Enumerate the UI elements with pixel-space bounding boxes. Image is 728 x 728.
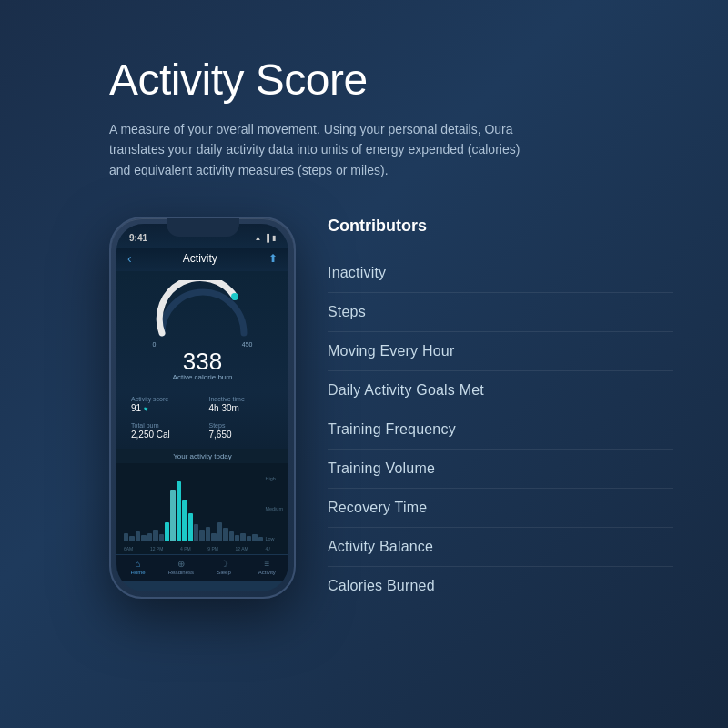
gauge-subtitle: Active calorie burn	[173, 373, 233, 381]
bar-20	[235, 535, 239, 541]
nav-sleep[interactable]: ☽ Sleep	[203, 559, 246, 575]
contributor-label-steps: Steps	[328, 304, 366, 319]
gauge-area: 0 450 338 Active calorie burn	[116, 271, 288, 392]
steps-stat: Steps 7,650	[204, 419, 280, 443]
bar-15	[206, 527, 210, 541]
bar-8	[165, 522, 169, 541]
time-label-4: 9 PM	[207, 546, 218, 551]
inactive-time-value: 4h 30m	[209, 403, 275, 413]
bar-1	[124, 533, 128, 541]
time-label-3: 4 PM	[180, 546, 191, 551]
bar-21	[240, 533, 245, 541]
phone-stats: Activity score 91 ♥ Inactive time 4h 30m…	[116, 392, 288, 449]
back-icon[interactable]: ‹	[127, 251, 132, 266]
total-burn-value: 2,250 Cal	[131, 430, 197, 440]
contributor-label-moving-every-hour: Moving Every Hour	[328, 343, 454, 359]
bar-16	[211, 533, 216, 541]
bar-14	[199, 530, 204, 541]
battery-icon: ▮	[272, 234, 276, 242]
time-label-5: 12 AM	[236, 546, 248, 551]
contributor-activity-balance[interactable]: Activity Balance	[328, 528, 673, 567]
contributor-label-calories-burned: Calories Burned	[328, 578, 435, 593]
phone-outer: 9:41 ▲ ▐ ▮ ‹ Activity ⬆	[109, 217, 296, 599]
sleep-icon: ☽	[220, 559, 228, 569]
nav-home[interactable]: ⌂ Home	[116, 559, 159, 575]
share-icon[interactable]: ⬆	[268, 252, 278, 265]
screen-title: Activity	[183, 252, 217, 265]
total-burn-stat: Total burn 2,250 Cal	[126, 419, 202, 443]
phone-nav: ⌂ Home ⊕ Readiness ☽ Sleep ≡	[116, 554, 288, 581]
content-section: 9:41 ▲ ▐ ▮ ‹ Activity ⬆	[109, 217, 673, 605]
gauge-svg	[153, 280, 253, 339]
bar-5	[147, 533, 152, 541]
phone-volume-up-button	[109, 291, 111, 317]
contributor-label-recovery-time: Recovery Time	[328, 500, 427, 515]
bar-19	[229, 531, 234, 541]
contributor-training-frequency[interactable]: Training Frequency	[328, 410, 673, 450]
readiness-icon: ⊕	[177, 559, 185, 569]
activity-score-icon: ♥	[144, 405, 148, 413]
bar-22	[247, 536, 251, 541]
contributor-moving-every-hour[interactable]: Moving Every Hour	[328, 332, 673, 371]
time-label-2: 12 PM	[150, 546, 163, 551]
home-icon: ⌂	[136, 559, 141, 569]
phone-app-header: ‹ Activity ⬆	[116, 248, 288, 271]
contributor-inactivity[interactable]: Inactivity	[328, 254, 673, 293]
gauge-value: 338	[183, 349, 222, 373]
contributor-label-activity-balance: Activity Balance	[328, 539, 433, 554]
page-title: Activity Score	[109, 55, 673, 105]
bar-3	[136, 531, 140, 541]
contributors-section: Contributors Inactivity Steps Moving Eve…	[328, 217, 673, 605]
contributor-recovery-time[interactable]: Recovery Time	[328, 489, 673, 528]
inactive-time-stat: Inactive time 4h 30m	[204, 392, 280, 417]
inactive-time-label: Inactive time	[209, 396, 275, 402]
bar-9	[170, 490, 175, 541]
bar-12	[188, 513, 193, 541]
steps-label: Steps	[209, 422, 275, 429]
gauge-labels: 0 450	[153, 341, 253, 348]
chart-bars	[116, 463, 270, 541]
total-burn-label: Total burn	[131, 422, 197, 429]
activity-score-label: Activity score	[131, 396, 197, 402]
contributor-calories-burned[interactable]: Calories Burned	[328, 567, 673, 605]
status-time: 9:41	[129, 233, 147, 243]
bar-7	[159, 534, 164, 541]
bar-18	[223, 528, 228, 541]
contributor-label-training-volume: Training Volume	[328, 460, 435, 476]
bar-4	[141, 535, 146, 541]
gauge-min: 0	[153, 341, 157, 348]
bar-2	[129, 536, 134, 541]
chart-time-labels: 6AM 12 PM 4 PM 9 PM 12 AM 4 /	[124, 546, 270, 551]
activity-today-label: Your activity today	[116, 449, 288, 463]
time-label-1: 6AM	[124, 546, 133, 551]
activity-score-value: 91 ♥	[131, 403, 197, 413]
contributor-training-volume[interactable]: Training Volume	[328, 450, 673, 489]
steps-value: 7,650	[209, 430, 275, 440]
nav-activity[interactable]: ≡ Activity	[246, 559, 288, 575]
phone-notch	[167, 218, 239, 237]
page-container: Activity Score A measure of your overall…	[0, 0, 728, 728]
header-section: Activity Score A measure of your overall…	[109, 55, 673, 180]
contributor-label-training-frequency: Training Frequency	[328, 421, 456, 437]
status-icons: ▲ ▐ ▮	[254, 234, 276, 242]
wifi-icon: ▲	[254, 234, 261, 242]
bar-10	[177, 481, 181, 541]
phone-screen: 9:41 ▲ ▐ ▮ ‹ Activity ⬆	[116, 224, 288, 592]
bar-11	[182, 500, 187, 541]
activity-icon: ≡	[264, 559, 269, 569]
bar-23	[252, 534, 257, 541]
phone-mockup: 9:41 ▲ ▐ ▮ ‹ Activity ⬆	[109, 217, 300, 599]
signal-icon: ▐	[264, 234, 269, 242]
contributor-label-inactivity: Inactivity	[328, 265, 386, 280]
bar-17	[217, 522, 222, 541]
bar-13	[194, 524, 198, 541]
nav-readiness[interactable]: ⊕ Readiness	[159, 559, 202, 575]
chart-area: High Medium Low	[116, 463, 288, 554]
contributor-steps[interactable]: Steps	[328, 293, 673, 332]
contributor-daily-activity-goals[interactable]: Daily Activity Goals Met	[328, 371, 673, 410]
phone-power-button	[294, 309, 296, 355]
activity-score-stat: Activity score 91 ♥	[126, 392, 202, 417]
svg-point-0	[231, 293, 238, 300]
time-label-6: 4 /	[265, 546, 270, 551]
gauge-max: 450	[242, 341, 253, 348]
